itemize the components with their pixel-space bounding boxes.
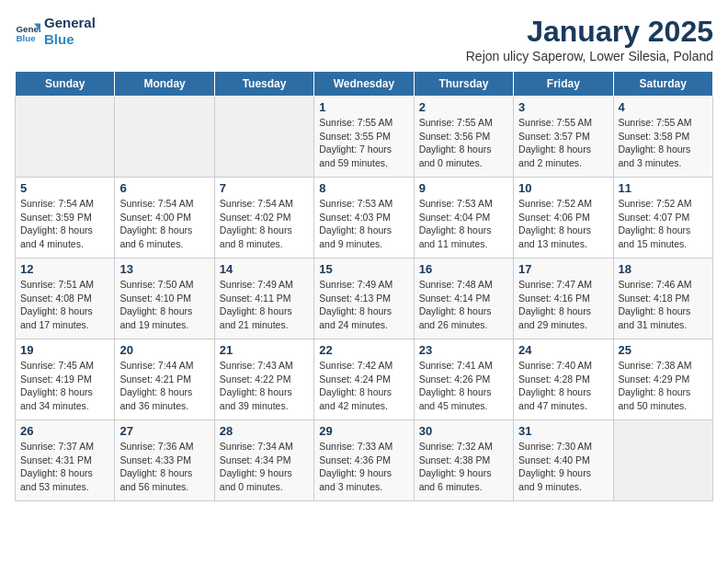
day-cell: 26Sunrise: 7:37 AM Sunset: 4:31 PM Dayli… [16,420,115,501]
week-row-5: 26Sunrise: 7:37 AM Sunset: 4:31 PM Dayli… [16,420,713,501]
weekday-friday: Friday [514,72,613,97]
day-cell: 16Sunrise: 7:48 AM Sunset: 4:14 PM Dayli… [414,259,513,339]
day-number: 3 [518,100,608,114]
day-cell: 13Sunrise: 7:50 AM Sunset: 4:10 PM Dayli… [115,259,214,339]
week-row-1: 1Sunrise: 7:55 AM Sunset: 3:55 PM Daylig… [16,97,713,178]
day-cell: 1Sunrise: 7:55 AM Sunset: 3:55 PM Daylig… [314,97,414,178]
day-number: 23 [419,343,508,357]
day-info: Sunrise: 7:40 AM Sunset: 4:28 PM Dayligh… [518,359,608,413]
day-number: 18 [619,262,708,276]
day-number: 5 [20,181,109,195]
day-cell: 31Sunrise: 7:30 AM Sunset: 4:40 PM Dayli… [514,420,613,501]
day-info: Sunrise: 7:41 AM Sunset: 4:26 PM Dayligh… [419,359,508,413]
svg-text:Blue: Blue [16,33,36,43]
weekday-saturday: Saturday [613,72,712,97]
calendar-subtitle: Rejon ulicy Saperow, Lower Silesia, Pola… [466,49,713,63]
day-info: Sunrise: 7:33 AM Sunset: 4:36 PM Dayligh… [319,440,408,494]
day-number: 13 [119,262,209,276]
day-cell: 12Sunrise: 7:51 AM Sunset: 4:08 PM Dayli… [16,259,115,339]
day-number: 8 [319,181,408,195]
day-cell: 2Sunrise: 7:55 AM Sunset: 3:56 PM Daylig… [414,97,513,178]
day-info: Sunrise: 7:49 AM Sunset: 4:11 PM Dayligh… [220,278,309,332]
weekday-header-row: SundayMondayTuesdayWednesdayThursdayFrid… [16,72,713,97]
day-info: Sunrise: 7:44 AM Sunset: 4:21 PM Dayligh… [119,359,209,413]
day-number: 19 [20,343,109,357]
day-number: 30 [419,424,508,438]
day-info: Sunrise: 7:46 AM Sunset: 4:18 PM Dayligh… [619,278,708,332]
day-info: Sunrise: 7:55 AM Sunset: 3:56 PM Dayligh… [419,116,508,170]
day-number: 12 [20,262,109,276]
day-cell: 8Sunrise: 7:53 AM Sunset: 4:03 PM Daylig… [314,178,414,259]
day-cell: 27Sunrise: 7:36 AM Sunset: 4:33 PM Dayli… [115,420,214,501]
day-cell [16,97,115,178]
weekday-thursday: Thursday [414,72,513,97]
day-info: Sunrise: 7:50 AM Sunset: 4:10 PM Dayligh… [119,278,209,332]
day-info: Sunrise: 7:38 AM Sunset: 4:29 PM Dayligh… [619,359,708,413]
day-cell: 4Sunrise: 7:55 AM Sunset: 3:58 PM Daylig… [613,97,712,178]
logo: General Blue General Blue [15,15,96,48]
week-row-3: 12Sunrise: 7:51 AM Sunset: 4:08 PM Dayli… [16,259,713,339]
weekday-sunday: Sunday [16,72,115,97]
week-row-2: 5Sunrise: 7:54 AM Sunset: 3:59 PM Daylig… [16,178,713,259]
day-info: Sunrise: 7:52 AM Sunset: 4:07 PM Dayligh… [619,197,708,251]
day-cell: 22Sunrise: 7:42 AM Sunset: 4:24 PM Dayli… [314,339,414,420]
day-info: Sunrise: 7:53 AM Sunset: 4:04 PM Dayligh… [419,197,508,251]
day-number: 27 [119,424,209,438]
day-number: 1 [319,100,408,114]
day-cell: 18Sunrise: 7:46 AM Sunset: 4:18 PM Dayli… [613,259,712,339]
day-cell: 15Sunrise: 7:49 AM Sunset: 4:13 PM Dayli… [314,259,414,339]
day-cell: 17Sunrise: 7:47 AM Sunset: 4:16 PM Dayli… [514,259,613,339]
day-cell: 7Sunrise: 7:54 AM Sunset: 4:02 PM Daylig… [214,178,313,259]
day-number: 9 [419,181,508,195]
day-cell: 30Sunrise: 7:32 AM Sunset: 4:38 PM Dayli… [414,420,513,501]
day-number: 28 [220,424,309,438]
day-number: 17 [518,262,608,276]
day-info: Sunrise: 7:30 AM Sunset: 4:40 PM Dayligh… [518,440,608,494]
day-number: 15 [319,262,408,276]
day-cell: 20Sunrise: 7:44 AM Sunset: 4:21 PM Dayli… [115,339,214,420]
day-info: Sunrise: 7:43 AM Sunset: 4:22 PM Dayligh… [220,359,309,413]
calendar-body: 1Sunrise: 7:55 AM Sunset: 3:55 PM Daylig… [16,97,713,501]
day-number: 10 [518,181,608,195]
day-info: Sunrise: 7:48 AM Sunset: 4:14 PM Dayligh… [419,278,508,332]
day-cell: 10Sunrise: 7:52 AM Sunset: 4:06 PM Dayli… [514,178,613,259]
day-info: Sunrise: 7:37 AM Sunset: 4:31 PM Dayligh… [20,440,109,494]
day-cell: 6Sunrise: 7:54 AM Sunset: 4:00 PM Daylig… [115,178,214,259]
day-cell: 3Sunrise: 7:55 AM Sunset: 3:57 PM Daylig… [514,97,613,178]
day-info: Sunrise: 7:54 AM Sunset: 3:59 PM Dayligh… [20,197,109,251]
day-info: Sunrise: 7:36 AM Sunset: 4:33 PM Dayligh… [119,440,209,494]
day-number: 6 [119,181,209,195]
day-number: 7 [220,181,309,195]
day-info: Sunrise: 7:54 AM Sunset: 4:00 PM Dayligh… [119,197,209,251]
day-cell [613,420,712,501]
calendar-table: SundayMondayTuesdayWednesdayThursdayFrid… [15,71,713,501]
weekday-monday: Monday [115,72,214,97]
day-number: 25 [619,343,708,357]
day-info: Sunrise: 7:55 AM Sunset: 3:58 PM Dayligh… [619,116,708,170]
logo-text-general: General [44,15,96,31]
day-cell [214,97,313,178]
day-cell: 29Sunrise: 7:33 AM Sunset: 4:36 PM Dayli… [314,420,414,501]
day-info: Sunrise: 7:52 AM Sunset: 4:06 PM Dayligh… [518,197,608,251]
day-cell: 25Sunrise: 7:38 AM Sunset: 4:29 PM Dayli… [613,339,712,420]
calendar-title: January 2025 [466,15,713,49]
day-number: 16 [419,262,508,276]
page-header: General Blue General Blue January 2025 R… [15,15,713,63]
day-info: Sunrise: 7:42 AM Sunset: 4:24 PM Dayligh… [319,359,408,413]
day-cell: 24Sunrise: 7:40 AM Sunset: 4:28 PM Dayli… [514,339,613,420]
logo-icon: General Blue [15,18,40,44]
day-number: 11 [619,181,708,195]
day-number: 26 [20,424,109,438]
week-row-4: 19Sunrise: 7:45 AM Sunset: 4:19 PM Dayli… [16,339,713,420]
day-info: Sunrise: 7:53 AM Sunset: 4:03 PM Dayligh… [319,197,408,251]
day-info: Sunrise: 7:32 AM Sunset: 4:38 PM Dayligh… [419,440,508,494]
day-info: Sunrise: 7:34 AM Sunset: 4:34 PM Dayligh… [220,440,309,494]
day-info: Sunrise: 7:51 AM Sunset: 4:08 PM Dayligh… [20,278,109,332]
day-cell: 9Sunrise: 7:53 AM Sunset: 4:04 PM Daylig… [414,178,513,259]
day-number: 21 [220,343,309,357]
day-number: 22 [319,343,408,357]
day-number: 29 [319,424,408,438]
day-number: 14 [220,262,309,276]
logo-text-blue: Blue [44,31,96,48]
day-info: Sunrise: 7:55 AM Sunset: 3:57 PM Dayligh… [518,116,608,170]
